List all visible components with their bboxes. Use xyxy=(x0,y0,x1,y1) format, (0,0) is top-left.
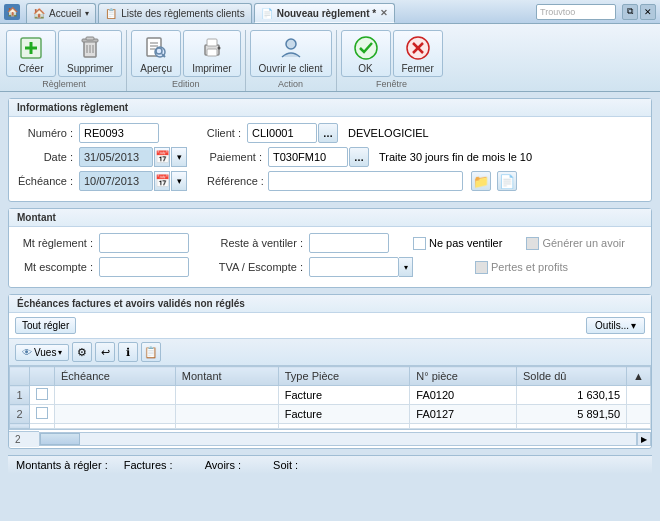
factures-label: Factures : xyxy=(124,459,173,471)
delete-button[interactable]: Supprimer xyxy=(58,30,122,77)
paiement-text: Traite 30 jours fin de mois le 10 xyxy=(379,151,532,163)
row-count: 2 xyxy=(9,431,39,447)
pertes-profits-checkbox[interactable] xyxy=(475,261,488,274)
vues-button[interactable]: 👁 Vues ▾ xyxy=(15,344,69,361)
tab-liste[interactable]: 📋 Liste des règlements clients xyxy=(98,3,251,23)
paiement-input[interactable] xyxy=(268,147,348,167)
status-bar: Montants à régler : Factures : Avoirs : … xyxy=(8,455,652,474)
mt-reglement-label: Mt règlement : xyxy=(17,237,93,249)
svg-point-20 xyxy=(286,39,296,49)
avoirs-label: Avoirs : xyxy=(205,459,241,471)
search-box[interactable]: Trouvtoo xyxy=(536,4,616,20)
preview-button[interactable]: Aperçu xyxy=(131,30,181,77)
close-label: Fermer xyxy=(402,63,434,74)
tab-accueil-label: Accueil xyxy=(49,8,81,19)
window-restore-btn[interactable]: ⧉ xyxy=(622,4,638,20)
outils-button[interactable]: Outils... ▾ xyxy=(586,317,645,334)
col-header-scrollup[interactable]: ▲ xyxy=(627,367,651,386)
svg-point-19 xyxy=(217,47,220,50)
table-header-row: Échéance Montant Type Pièce N° pièce Sol… xyxy=(10,367,651,386)
info-row-3: Échéance : 📅 ▾ Référence : 📁 📄 xyxy=(17,171,643,191)
info-row-1: Numéro : Client : … DEVELOGICIEL xyxy=(17,123,643,143)
tab-accueil-icon: 🏠 xyxy=(33,8,45,19)
pertes-profits-label: Pertes et profits xyxy=(491,261,568,273)
close-button[interactable]: Fermer xyxy=(393,30,443,77)
svg-rect-5 xyxy=(86,37,94,40)
scroll-right-btn[interactable]: ▶ xyxy=(637,432,651,446)
tab-liste-label: Liste des règlements clients xyxy=(121,8,244,19)
svg-rect-18 xyxy=(207,39,217,46)
row1-type: Facture xyxy=(278,386,410,405)
generer-avoir-checkbox[interactable] xyxy=(526,237,539,250)
tab-liste-icon: 📋 xyxy=(105,8,117,19)
tva-escompte-input[interactable] xyxy=(309,257,399,277)
date-label: Date : xyxy=(17,151,73,163)
paiement-label: Paiement : xyxy=(207,151,262,163)
numero-input[interactable] xyxy=(79,123,159,143)
echeance-arrow-btn[interactable]: ▾ xyxy=(171,171,187,191)
horizontal-scrollbar[interactable] xyxy=(39,432,637,446)
toolbar-group-reglement-label: Règlement xyxy=(6,79,122,89)
empty1-num xyxy=(10,424,30,429)
create-button[interactable]: Créer xyxy=(6,30,56,77)
client-input-group: … xyxy=(247,123,338,143)
client-input[interactable] xyxy=(247,123,317,143)
row1-checkbox[interactable] xyxy=(36,388,48,400)
montant-panel-body: Mt règlement : Reste à ventiler : Ne pas… xyxy=(9,227,651,287)
row2-check[interactable] xyxy=(30,405,55,424)
toolbar-group-edition-btns: Aperçu Imprimer xyxy=(131,30,240,77)
soit-label: Soit : xyxy=(273,459,298,471)
grid-toolbar: 👁 Vues ▾ ⚙ ↩ ℹ 📋 xyxy=(9,339,651,366)
grid-icon1-btn[interactable]: ⚙ xyxy=(72,342,92,362)
ne-pas-ventiler-checkbox[interactable] xyxy=(413,237,426,250)
mt-escompte-input[interactable] xyxy=(99,257,189,277)
search-placeholder: Trouvtoo xyxy=(540,7,575,17)
toolbar-group-fenetre: OK Fermer Fenêtre xyxy=(337,30,447,91)
echeance-calendar-btn[interactable]: 📅 xyxy=(154,171,170,191)
table-row: 1 Facture FA0120 1 630,15 xyxy=(10,386,651,405)
mt-escompte-label: Mt escompte : xyxy=(17,261,93,273)
toolbar-group-edition-label: Edition xyxy=(131,79,240,89)
reste-input[interactable] xyxy=(309,233,389,253)
grid-icon4-btn[interactable]: 📋 xyxy=(141,342,161,362)
reference-doc-btn[interactable]: 📄 xyxy=(497,171,517,191)
outils-label: Outils... xyxy=(595,320,629,331)
ok-button[interactable]: OK xyxy=(341,30,391,77)
mt-reglement-input[interactable] xyxy=(99,233,189,253)
outils-arrow-icon: ▾ xyxy=(631,320,636,331)
date-arrow-btn[interactable]: ▾ xyxy=(171,147,187,167)
row2-montant xyxy=(175,405,278,424)
row1-montant xyxy=(175,386,278,405)
open-client-button[interactable]: Ouvrir le client xyxy=(250,30,332,77)
reference-label: Référence : xyxy=(207,175,262,187)
row2-npiece: FA0127 xyxy=(410,405,517,424)
reference-folder-btn[interactable]: 📁 xyxy=(471,171,491,191)
col-header-check xyxy=(30,367,55,386)
tab-nouveau[interactable]: 📄 Nouveau règlement * ✕ xyxy=(254,3,395,23)
grid-icon3-btn[interactable]: ℹ xyxy=(118,342,138,362)
print-button[interactable]: Imprimer xyxy=(183,30,240,77)
date-calendar-btn[interactable]: 📅 xyxy=(154,147,170,167)
tout-regler-button[interactable]: Tout régler xyxy=(15,317,76,334)
row1-spacer xyxy=(627,386,651,405)
date-input[interactable] xyxy=(79,147,153,167)
tva-escompte-dropdown-btn[interactable]: ▾ xyxy=(399,257,413,277)
scrollbar-thumb[interactable] xyxy=(40,433,80,445)
toolbar-group-reglement: Créer Supprimer xyxy=(6,30,127,91)
grid-icon2-btn[interactable]: ↩ xyxy=(95,342,115,362)
tab-accueil[interactable]: 🏠 Accueil ▾ xyxy=(26,3,96,23)
main-content: Informations règlement Numéro : Client :… xyxy=(0,92,660,480)
reference-input[interactable] xyxy=(268,171,463,191)
paiement-ellipsis-btn[interactable]: … xyxy=(349,147,369,167)
tout-regler-label: Tout régler xyxy=(22,320,69,331)
window-close-btn[interactable]: ✕ xyxy=(640,4,656,20)
toolbar-group-action-btns: Ouvrir le client xyxy=(250,30,332,77)
row2-checkbox[interactable] xyxy=(36,407,48,419)
montants-label: Montants à régler : xyxy=(16,459,108,471)
create-label: Créer xyxy=(18,63,43,74)
client-ellipsis-btn[interactable]: … xyxy=(318,123,338,143)
col-header-solde: Solde dû xyxy=(516,367,626,386)
row1-check[interactable] xyxy=(30,386,55,405)
echeance-input[interactable] xyxy=(79,171,153,191)
tab-nouveau-close[interactable]: ✕ xyxy=(380,8,388,18)
